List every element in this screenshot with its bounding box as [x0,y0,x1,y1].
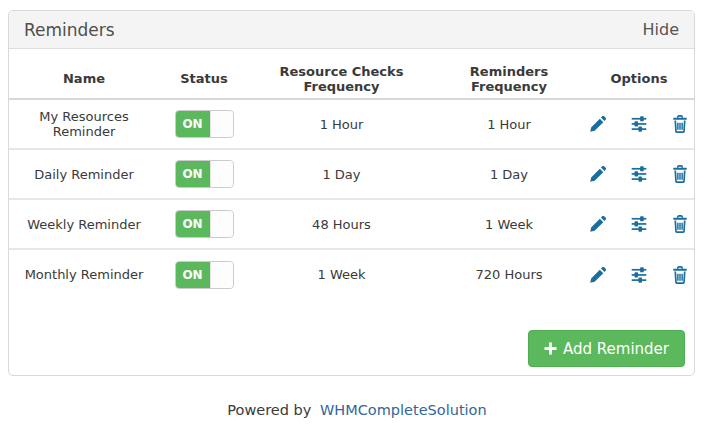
toggle-on-label: ON [176,262,210,288]
configure-icon[interactable] [630,215,648,233]
panel-header: Reminders Hide [9,11,694,49]
reminder-name: Daily Reminder [9,149,159,199]
whmcs-link[interactable]: WHMCompleteSolution [320,402,487,418]
reminder-name: Weekly Reminder [9,199,159,249]
table-header-row: Name Status Resource Checks Frequency Re… [9,49,694,99]
delete-icon[interactable] [671,266,689,284]
configure-icon[interactable] [630,165,648,183]
toggle-knob [210,111,233,137]
column-header-resource-checks-frequency: Resource Checks Frequency [249,49,434,99]
reminders-frequency: 1 Hour [434,99,584,149]
table-row: My Resources Reminder ON 1 Hour 1 Hour [9,99,694,149]
add-reminder-button[interactable]: Add Reminder [528,330,685,367]
reminders-frequency: 720 Hours [434,249,584,299]
panel-title: Reminders [24,20,115,40]
column-header-reminders-frequency: Reminders Frequency [434,49,584,99]
powered-by-text: Powered by [227,402,311,418]
delete-icon[interactable] [671,115,689,133]
column-header-status: Status [159,49,249,99]
delete-icon[interactable] [671,165,689,183]
resource-checks-frequency: 48 Hours [249,199,434,249]
column-header-name: Name [9,49,159,99]
status-toggle[interactable]: ON [175,261,234,289]
table-row: Monthly Reminder ON 1 Week 720 Hours [9,249,694,299]
reminders-panel: Reminders Hide Name Status Resource Chec… [8,10,695,376]
resource-checks-frequency: 1 Hour [249,99,434,149]
resource-checks-frequency: 1 Day [249,149,434,199]
configure-icon[interactable] [630,115,648,133]
edit-icon[interactable] [589,215,607,233]
column-header-options: Options [584,49,694,99]
toggle-knob [210,211,233,237]
add-reminder-label: Add Reminder [563,340,669,358]
toggle-on-label: ON [176,111,210,137]
configure-icon[interactable] [630,266,648,284]
status-toggle[interactable]: ON [175,210,234,238]
delete-icon[interactable] [671,215,689,233]
edit-icon[interactable] [589,115,607,133]
edit-icon[interactable] [589,165,607,183]
edit-icon[interactable] [589,266,607,284]
status-toggle[interactable]: ON [175,110,234,138]
footer: Powered by WHMCompleteSolution [0,402,714,418]
toggle-on-label: ON [176,161,210,187]
hide-link[interactable]: Hide [643,20,679,39]
reminders-frequency: 1 Week [434,199,584,249]
resource-checks-frequency: 1 Week [249,249,434,299]
reminders-table: Name Status Resource Checks Frequency Re… [9,49,694,299]
plus-icon [544,342,557,355]
reminder-name: Monthly Reminder [9,249,159,299]
reminder-name: My Resources Reminder [9,99,159,149]
table-row: Daily Reminder ON 1 Day 1 Day [9,149,694,199]
status-toggle[interactable]: ON [175,160,234,188]
reminders-frequency: 1 Day [434,149,584,199]
toggle-on-label: ON [176,211,210,237]
table-row: Weekly Reminder ON 48 Hours 1 Week [9,199,694,249]
toggle-knob [210,262,233,288]
toggle-knob [210,161,233,187]
